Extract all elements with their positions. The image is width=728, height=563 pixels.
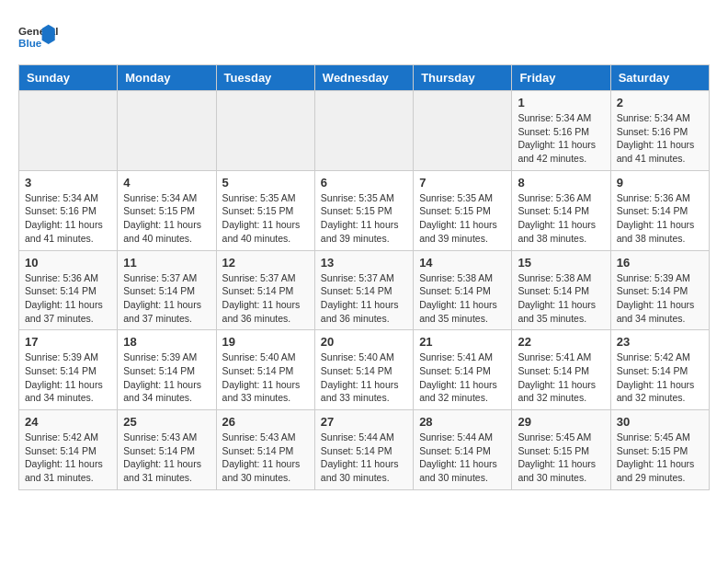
cell-w3-d4: 14Sunrise: 5:38 AM Sunset: 5:14 PM Dayli… bbox=[414, 250, 512, 330]
cell-w5-d2: 26Sunrise: 5:43 AM Sunset: 5:14 PM Dayli… bbox=[216, 410, 314, 490]
cell-w4-d3: 20Sunrise: 5:40 AM Sunset: 5:14 PM Dayli… bbox=[314, 330, 413, 410]
day-info: Sunrise: 5:40 AM Sunset: 5:14 PM Dayligh… bbox=[321, 350, 407, 405]
day-number: 30 bbox=[617, 415, 703, 429]
day-number: 23 bbox=[617, 335, 703, 349]
cell-w1-d6: 2Sunrise: 5:34 AM Sunset: 5:16 PM Daylig… bbox=[610, 91, 709, 171]
cell-w5-d1: 25Sunrise: 5:43 AM Sunset: 5:14 PM Dayli… bbox=[118, 410, 216, 490]
day-number: 13 bbox=[321, 256, 407, 270]
day-number: 28 bbox=[419, 415, 506, 429]
cell-w2-d5: 8Sunrise: 5:36 AM Sunset: 5:14 PM Daylig… bbox=[512, 170, 610, 250]
day-info: Sunrise: 5:37 AM Sunset: 5:14 PM Dayligh… bbox=[222, 271, 309, 326]
svg-text:Blue: Blue bbox=[18, 37, 42, 49]
day-number: 18 bbox=[123, 335, 210, 349]
header: General Blue bbox=[18, 18, 710, 55]
day-number: 27 bbox=[321, 415, 407, 429]
header-wednesday: Wednesday bbox=[314, 65, 413, 91]
header-friday: Friday bbox=[512, 65, 610, 91]
day-number: 1 bbox=[518, 96, 604, 109]
cell-w1-d5: 1Sunrise: 5:34 AM Sunset: 5:16 PM Daylig… bbox=[512, 91, 610, 171]
week-row-5: 24Sunrise: 5:42 AM Sunset: 5:14 PM Dayli… bbox=[19, 410, 710, 490]
day-number: 3 bbox=[25, 176, 111, 190]
calendar-header-row: SundayMondayTuesdayWednesdayThursdayFrid… bbox=[19, 65, 710, 91]
week-row-1: 1Sunrise: 5:34 AM Sunset: 5:16 PM Daylig… bbox=[19, 91, 710, 171]
day-info: Sunrise: 5:43 AM Sunset: 5:14 PM Dayligh… bbox=[222, 431, 309, 485]
cell-w3-d2: 12Sunrise: 5:37 AM Sunset: 5:14 PM Dayli… bbox=[216, 250, 314, 330]
cell-w3-d5: 15Sunrise: 5:38 AM Sunset: 5:14 PM Dayli… bbox=[512, 250, 610, 330]
cell-w4-d1: 18Sunrise: 5:39 AM Sunset: 5:14 PM Dayli… bbox=[118, 330, 216, 410]
cell-w2-d3: 6Sunrise: 5:35 AM Sunset: 5:15 PM Daylig… bbox=[314, 170, 413, 250]
header-saturday: Saturday bbox=[610, 65, 709, 91]
day-info: Sunrise: 5:34 AM Sunset: 5:16 PM Dayligh… bbox=[25, 191, 111, 246]
day-info: Sunrise: 5:36 AM Sunset: 5:14 PM Dayligh… bbox=[518, 191, 604, 246]
cell-w5-d3: 27Sunrise: 5:44 AM Sunset: 5:14 PM Dayli… bbox=[314, 410, 413, 490]
day-info: Sunrise: 5:37 AM Sunset: 5:14 PM Dayligh… bbox=[321, 271, 407, 326]
day-number: 16 bbox=[617, 256, 703, 270]
day-info: Sunrise: 5:45 AM Sunset: 5:15 PM Dayligh… bbox=[617, 431, 703, 485]
cell-w1-d3 bbox=[314, 91, 413, 171]
cell-w4-d6: 23Sunrise: 5:42 AM Sunset: 5:14 PM Dayli… bbox=[610, 330, 709, 410]
day-number: 29 bbox=[518, 415, 604, 429]
day-info: Sunrise: 5:42 AM Sunset: 5:14 PM Dayligh… bbox=[617, 350, 703, 405]
cell-w5-d4: 28Sunrise: 5:44 AM Sunset: 5:14 PM Dayli… bbox=[414, 410, 512, 490]
day-number: 5 bbox=[222, 176, 309, 190]
cell-w5-d5: 29Sunrise: 5:45 AM Sunset: 5:15 PM Dayli… bbox=[512, 410, 610, 490]
day-number: 12 bbox=[222, 256, 309, 270]
day-info: Sunrise: 5:40 AM Sunset: 5:14 PM Dayligh… bbox=[222, 350, 309, 405]
cell-w3-d1: 11Sunrise: 5:37 AM Sunset: 5:14 PM Dayli… bbox=[118, 250, 216, 330]
day-info: Sunrise: 5:41 AM Sunset: 5:14 PM Dayligh… bbox=[518, 350, 604, 405]
day-number: 6 bbox=[321, 176, 407, 190]
day-info: Sunrise: 5:35 AM Sunset: 5:15 PM Dayligh… bbox=[222, 191, 309, 246]
day-number: 21 bbox=[419, 335, 506, 349]
week-row-2: 3Sunrise: 5:34 AM Sunset: 5:16 PM Daylig… bbox=[19, 170, 710, 250]
day-number: 9 bbox=[617, 176, 703, 190]
day-number: 2 bbox=[617, 96, 703, 109]
cell-w2-d6: 9Sunrise: 5:36 AM Sunset: 5:14 PM Daylig… bbox=[610, 170, 709, 250]
week-row-3: 10Sunrise: 5:36 AM Sunset: 5:14 PM Dayli… bbox=[19, 250, 710, 330]
day-info: Sunrise: 5:39 AM Sunset: 5:14 PM Dayligh… bbox=[123, 350, 210, 405]
cell-w5-d0: 24Sunrise: 5:42 AM Sunset: 5:14 PM Dayli… bbox=[19, 410, 118, 490]
day-number: 17 bbox=[25, 335, 111, 349]
cell-w1-d0 bbox=[19, 91, 118, 171]
cell-w4-d2: 19Sunrise: 5:40 AM Sunset: 5:14 PM Dayli… bbox=[216, 330, 314, 410]
day-number: 15 bbox=[518, 256, 604, 270]
day-info: Sunrise: 5:39 AM Sunset: 5:14 PM Dayligh… bbox=[25, 350, 111, 405]
logo: General Blue bbox=[18, 18, 64, 55]
day-info: Sunrise: 5:35 AM Sunset: 5:15 PM Dayligh… bbox=[419, 191, 506, 246]
cell-w1-d4 bbox=[414, 91, 512, 171]
day-info: Sunrise: 5:36 AM Sunset: 5:14 PM Dayligh… bbox=[25, 271, 111, 326]
day-number: 7 bbox=[419, 176, 506, 190]
day-info: Sunrise: 5:41 AM Sunset: 5:14 PM Dayligh… bbox=[419, 350, 506, 405]
logo-svg: General Blue bbox=[18, 18, 64, 55]
cell-w3-d3: 13Sunrise: 5:37 AM Sunset: 5:14 PM Dayli… bbox=[314, 250, 413, 330]
cell-w4-d5: 22Sunrise: 5:41 AM Sunset: 5:14 PM Dayli… bbox=[512, 330, 610, 410]
day-info: Sunrise: 5:39 AM Sunset: 5:14 PM Dayligh… bbox=[617, 271, 703, 326]
day-info: Sunrise: 5:34 AM Sunset: 5:16 PM Dayligh… bbox=[518, 111, 604, 166]
day-number: 20 bbox=[321, 335, 407, 349]
calendar-table: SundayMondayTuesdayWednesdayThursdayFrid… bbox=[18, 64, 710, 490]
svg-marker-2 bbox=[42, 25, 55, 44]
cell-w2-d1: 4Sunrise: 5:34 AM Sunset: 5:15 PM Daylig… bbox=[118, 170, 216, 250]
cell-w4-d4: 21Sunrise: 5:41 AM Sunset: 5:14 PM Dayli… bbox=[414, 330, 512, 410]
day-number: 8 bbox=[518, 176, 604, 190]
cell-w2-d2: 5Sunrise: 5:35 AM Sunset: 5:15 PM Daylig… bbox=[216, 170, 314, 250]
day-number: 22 bbox=[518, 335, 604, 349]
day-number: 25 bbox=[123, 415, 210, 429]
header-sunday: Sunday bbox=[19, 65, 118, 91]
cell-w2-d4: 7Sunrise: 5:35 AM Sunset: 5:15 PM Daylig… bbox=[414, 170, 512, 250]
week-row-4: 17Sunrise: 5:39 AM Sunset: 5:14 PM Dayli… bbox=[19, 330, 710, 410]
day-info: Sunrise: 5:43 AM Sunset: 5:14 PM Dayligh… bbox=[123, 431, 210, 485]
day-info: Sunrise: 5:44 AM Sunset: 5:14 PM Dayligh… bbox=[419, 431, 506, 485]
day-number: 14 bbox=[419, 256, 506, 270]
day-info: Sunrise: 5:34 AM Sunset: 5:15 PM Dayligh… bbox=[123, 191, 210, 246]
header-tuesday: Tuesday bbox=[216, 65, 314, 91]
cell-w1-d2 bbox=[216, 91, 314, 171]
cell-w4-d0: 17Sunrise: 5:39 AM Sunset: 5:14 PM Dayli… bbox=[19, 330, 118, 410]
day-info: Sunrise: 5:38 AM Sunset: 5:14 PM Dayligh… bbox=[518, 271, 604, 326]
day-info: Sunrise: 5:38 AM Sunset: 5:14 PM Dayligh… bbox=[419, 271, 506, 326]
day-info: Sunrise: 5:45 AM Sunset: 5:15 PM Dayligh… bbox=[518, 431, 604, 485]
day-number: 11 bbox=[123, 256, 210, 270]
day-number: 10 bbox=[25, 256, 111, 270]
header-thursday: Thursday bbox=[414, 65, 512, 91]
day-info: Sunrise: 5:35 AM Sunset: 5:15 PM Dayligh… bbox=[321, 191, 407, 246]
day-info: Sunrise: 5:42 AM Sunset: 5:14 PM Dayligh… bbox=[25, 431, 111, 485]
